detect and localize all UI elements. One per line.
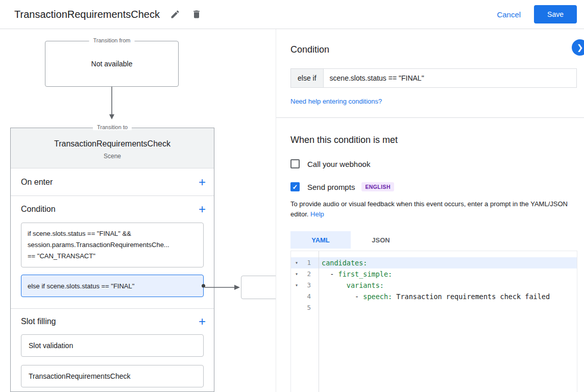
slot-filling-section: Slot filling + Slot validation Transacti… [11, 309, 214, 387]
line-number: 2 [302, 268, 315, 280]
editor-line[interactable]: ▾1candidates: [291, 257, 577, 268]
transition-target-box[interactable] [241, 276, 276, 299]
editor-line[interactable]: 4 - speech: Transaction requirements che… [291, 291, 577, 302]
condition-expression-input[interactable] [324, 68, 577, 88]
call-webhook-checkbox[interactable] [290, 159, 300, 168]
panel-title: Condition [290, 44, 577, 55]
top-bar: TransactionRequirementsCheck Cancel Save [0, 0, 584, 29]
yaml-editor[interactable]: ▾1candidates:▾2 - first_simple:▾3 varian… [290, 251, 577, 392]
line-number: 1 [302, 257, 315, 268]
slot-filling-header-row[interactable]: Slot filling + [11, 309, 214, 334]
transition-from-content: Not available [91, 60, 133, 68]
scene-name: TransactionRequirementsCheck [16, 139, 209, 149]
slot-item-transaction-check[interactable]: TransactionRequirementsCheck [21, 365, 204, 387]
editor-line[interactable]: ▾3 variants: [291, 280, 577, 291]
code-text: - speech: Transaction requirements check… [315, 291, 550, 302]
add-on-enter-icon[interactable]: + [199, 176, 206, 188]
condition-item-2-selected[interactable]: else if scene.slots.status == "FINAL" [21, 275, 204, 297]
gutter-spacer [291, 291, 302, 302]
trash-icon [191, 9, 202, 19]
call-webhook-label: Call your webhook [307, 160, 370, 168]
slot-filling-label: Slot filling [21, 317, 56, 326]
condition-input-row: else if [290, 68, 577, 88]
prompt-description-text: To provide audio or visual feedback when… [290, 200, 568, 218]
save-button[interactable]: Save [534, 5, 577, 23]
send-prompts-label: Send prompts [307, 183, 355, 191]
code-text: variants: [315, 280, 384, 291]
pencil-icon [170, 9, 180, 19]
slot-item-validation[interactable]: Slot validation [21, 334, 204, 357]
transition-to-label: Transition to [93, 124, 132, 130]
condition-1-line: session.params.TransactionRequirementsCh… [28, 239, 197, 251]
editor-tabs: YAML JSON [290, 231, 577, 249]
webhook-row: Call your webhook [290, 159, 577, 168]
check-icon: ✓ [293, 183, 298, 191]
tab-yaml[interactable]: YAML [290, 231, 351, 249]
send-prompts-checkbox[interactable]: ✓ [290, 182, 300, 191]
flow-arrow-down-icon [108, 87, 115, 119]
tab-json[interactable]: JSON [351, 231, 411, 249]
code-text: candidates: [315, 257, 367, 268]
line-number: 4 [302, 291, 315, 302]
condition-panel: ❯ Condition else if Need help entering c… [276, 29, 584, 392]
send-prompts-row: ✓ Send prompts ENGLISH [290, 182, 577, 191]
gutter-spacer [291, 302, 302, 313]
edit-title-button[interactable] [169, 8, 181, 20]
flow-arrow-right-icon [205, 284, 241, 291]
editor-line[interactable]: ▾2 - first_simple: [291, 268, 577, 280]
prompt-help-link[interactable]: Help [310, 210, 324, 218]
collapse-arrow-icon[interactable]: ▾ [291, 257, 302, 268]
delete-scene-button[interactable] [190, 8, 203, 20]
add-condition-icon[interactable]: + [199, 203, 206, 215]
page-title: TransactionRequirementsCheck [14, 9, 160, 20]
prompt-description: To provide audio or visual feedback when… [290, 199, 577, 219]
collapse-arrow-icon[interactable]: ▾ [291, 280, 302, 291]
scene-card: Transition to TransactionRequirementsChe… [10, 128, 214, 392]
code-text: - first_simple: [315, 268, 392, 280]
panel-divider [276, 117, 584, 118]
scene-card-header: TransactionRequirementsCheck Scene [11, 128, 214, 168]
chevron-right-icon: ❯ [577, 43, 583, 52]
add-slot-icon[interactable]: + [199, 315, 206, 328]
condition-item-1[interactable]: if scene.slots.status == "FINAL" && sess… [21, 223, 204, 267]
line-number: 5 [302, 302, 315, 313]
language-badge: ENGLISH [361, 182, 394, 191]
flow-canvas: Transition from Not available Transition… [0, 29, 276, 392]
editor-line[interactable]: 5 [291, 302, 577, 313]
condition-1-line: if scene.slots.status == "FINAL" && [28, 228, 197, 239]
transition-from-box[interactable]: Transition from Not available [45, 41, 179, 87]
condition-help-link[interactable]: Need help entering conditions? [290, 97, 382, 105]
yaml-editor-lines: ▾1candidates:▾2 - first_simple:▾3 varian… [291, 257, 577, 313]
gutter-divider [319, 251, 319, 392]
condition-section-label: Condition [21, 205, 56, 214]
on-enter-label: On enter [21, 178, 53, 187]
when-condition-met-title: When this condition is met [290, 135, 577, 145]
on-enter-row[interactable]: On enter + [11, 168, 214, 196]
condition-prefix-chip: else if [290, 68, 324, 88]
cancel-button[interactable]: Cancel [497, 10, 521, 19]
condition-header-row[interactable]: Condition + [11, 196, 214, 223]
line-number: 3 [302, 280, 315, 291]
scene-type: Scene [16, 153, 209, 160]
collapse-arrow-icon[interactable]: ▾ [291, 268, 302, 280]
condition-1-line: == "CAN_TRANSACT" [28, 251, 197, 262]
condition-section: Condition + if scene.slots.status == "FI… [11, 196, 214, 309]
transition-from-label: Transition from [89, 37, 135, 43]
condition-2-text: else if scene.slots.status == "FINAL" [28, 282, 134, 290]
collapse-panel-button[interactable]: ❯ [572, 39, 584, 56]
